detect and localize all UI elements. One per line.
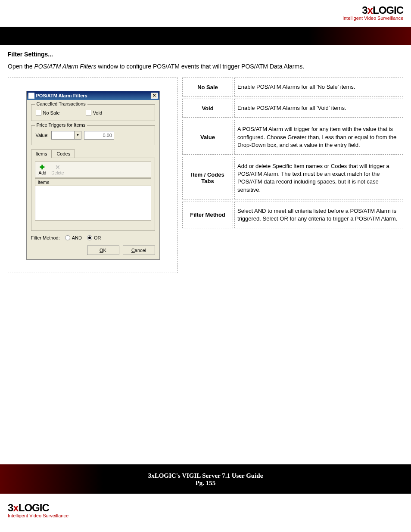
- value-operator-dropdown[interactable]: ▼: [51, 131, 81, 140]
- items-list[interactable]: [35, 186, 151, 221]
- header-bar: [0, 27, 411, 45]
- row-label: No Sale: [182, 78, 233, 96]
- row-text: Select AND to meet all criteria listed b…: [234, 202, 403, 228]
- price-legend: Price Triggers for Items: [35, 122, 87, 128]
- value-input[interactable]: 0.00: [84, 131, 114, 140]
- row-label: Value: [182, 120, 233, 155]
- row-label: Item / Codes Tabs: [182, 157, 233, 199]
- or-label: OR: [94, 235, 101, 240]
- plus-icon: ✚: [40, 164, 45, 171]
- row-text: Enable POS/ATM Alarms for all 'No Sale' …: [234, 78, 403, 96]
- tab-content: ✚ Add ✕ Delete Items: [31, 158, 155, 231]
- x-icon: ✕: [55, 164, 60, 171]
- no-sale-checkbox[interactable]: [36, 110, 41, 115]
- row-label: Filter Method: [182, 202, 233, 228]
- cancel-button[interactable]: Cancel: [123, 246, 155, 255]
- delete-button[interactable]: ✕ Delete: [51, 164, 64, 175]
- cancelled-fieldset: Cancelled Transactions No Sale Void: [31, 104, 155, 121]
- description-table: No Sale Enable POS/ATM Alarms for all 'N…: [182, 78, 403, 273]
- cancelled-legend: Cancelled Transactions: [35, 101, 87, 106]
- pos-atm-dialog: POS/ATM Alarm Filters ✕ Cancelled Transa…: [26, 91, 160, 260]
- row-text: Add or delete Specific Item names or Cod…: [234, 157, 403, 199]
- footer-guide: 3xLOGIC's VIGIL Server 7.1 User Guide: [0, 472, 411, 479]
- ok-button[interactable]: OK: [87, 246, 119, 255]
- filter-method-label: Filter Method:: [31, 235, 60, 240]
- tab-items[interactable]: Items: [31, 149, 52, 158]
- footer-page: Pg. 155: [0, 479, 411, 487]
- logo-logic: LOGIC: [373, 4, 403, 16]
- and-radio[interactable]: [65, 235, 70, 240]
- footer-bar: 3xLOGIC's VIGIL Server 7.1 User Guide Pg…: [0, 464, 411, 494]
- section-title: Filter Settings...: [8, 51, 403, 58]
- tab-codes[interactable]: Codes: [52, 149, 75, 158]
- dialog-icon: [28, 93, 34, 99]
- dialog-titlebar: POS/ATM Alarm Filters ✕: [27, 91, 159, 100]
- void-label: Void: [93, 110, 102, 115]
- intro-text: Open the POS/ATM Alarm Filters window to…: [8, 63, 403, 70]
- logo-x: x: [367, 4, 373, 16]
- row-text: A POS/ATM Alarm will trigger for any ite…: [234, 120, 403, 155]
- row-label: Void: [182, 99, 233, 118]
- row-text: Enable POS/ATM Alarms for all 'Void' ite…: [234, 99, 403, 118]
- add-button[interactable]: ✚ Add: [39, 164, 47, 175]
- logo-tagline: Intelligent Video Surveillance: [342, 16, 403, 21]
- footer-logo: 3xLOGIC Intelligent Video Surveillance: [8, 502, 68, 518]
- dialog-title: POS/ATM Alarm Filters: [36, 93, 87, 98]
- and-label: AND: [72, 235, 82, 240]
- items-column-header: Items: [35, 178, 151, 186]
- no-sale-label: No Sale: [43, 110, 60, 115]
- value-label: Value:: [36, 133, 49, 138]
- close-button[interactable]: ✕: [151, 93, 158, 99]
- logo-3: 3: [362, 4, 367, 16]
- void-checkbox[interactable]: [86, 110, 91, 115]
- header-logo: 3xLOGIC Intelligent Video Surveillance: [342, 4, 403, 21]
- price-fieldset: Price Triggers for Items Value: ▼ 0.00: [31, 125, 155, 145]
- chevron-down-icon: ▼: [74, 131, 81, 139]
- dialog-screenshot-cell: POS/ATM Alarm Filters ✕ Cancelled Transa…: [8, 78, 178, 273]
- or-radio[interactable]: [87, 235, 92, 240]
